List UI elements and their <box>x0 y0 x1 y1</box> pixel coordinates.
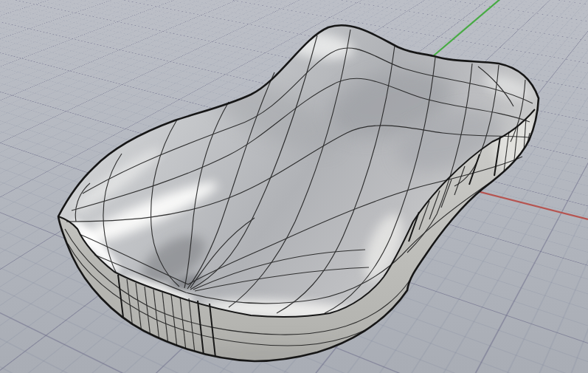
perspective-viewport[interactable] <box>0 0 588 373</box>
freeform-shaded-solid[interactable] <box>44 25 539 373</box>
scene-overlay <box>0 0 588 373</box>
